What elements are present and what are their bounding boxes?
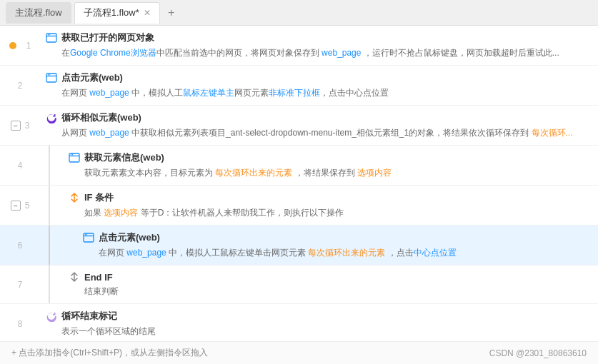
click2-icon [83, 232, 94, 243]
step-content-1[interactable]: 获取已打开的网页对象 在Google Chrome浏览器中匹配当前选中的网页，将… [40, 26, 598, 65]
step-1-title: 获取已打开的网页对象 [61, 31, 154, 44]
tab-close-icon[interactable]: ✕ [144, 9, 151, 17]
line-number-6: 6 [0, 226, 40, 265]
step-row-7: 7 End IF 结束判断 [0, 266, 598, 304]
svg-point-10 [71, 154, 71, 155]
step-row-4: 4 获取元素信息(web) 获取元素素文本内容，目标元素为 每次循环出来的元素 … [0, 146, 598, 186]
steps-list: 1 获取已打开的网页对象 在Google Chrome浏览器中匹配当前选中的网页… [0, 26, 598, 341]
step-content-3[interactable]: 循环相似元素(web) 从网页 web_page 中获取相似元素列表项目_ant… [40, 106, 598, 145]
step-row-2: 2 点击元素(web) 在网页 web_page 中，模拟人工鼠标左键单主网页元… [0, 66, 598, 106]
bottom-bar: + 点击添加指令(Ctrl+Shift+P)，或从左侧指令区拖入 CSDN @2… [0, 341, 598, 364]
svg-point-6 [48, 74, 49, 75]
svg-point-2 [48, 34, 49, 35]
indent-spacer-4 [49, 146, 63, 185]
svg-point-15 [86, 234, 87, 235]
loop-icon [46, 112, 57, 123]
line-number-2: 2 [0, 66, 40, 105]
svg-point-7 [49, 74, 50, 75]
step-row-1: 1 获取已打开的网页对象 在Google Chrome浏览器中匹配当前选中的网页… [0, 26, 598, 66]
indent-spacer-5 [49, 186, 63, 225]
endloop-icon [46, 310, 57, 322]
tab-main[interactable]: 主流程.flow [6, 2, 71, 24]
collapse-5[interactable]: − [11, 201, 21, 211]
step-4-desc: 获取元素素文本内容，目标元素为 每次循环出来的元素 ，将结果保存到 选项内容 [69, 166, 589, 179]
step-2-desc: 在网页 web_page 中，模拟人工鼠标左键单主网页元素非标准下拉框，点击中心… [46, 86, 589, 99]
step-content-8[interactable]: 循环结束标记 表示一个循环区域的结尾 [40, 304, 598, 341]
collapse-3[interactable]: − [11, 121, 21, 131]
step-3-desc: 从网页 web_page 中获取相似元素列表项目_ant-select-drop… [46, 126, 589, 139]
step-7-desc: 结束判断 [69, 285, 589, 298]
line-number-1: 1 [0, 26, 40, 65]
step-content-5[interactable]: IF 条件 如果 选项内容 等于D：让软件机器人来帮助我工作，则执行以下操作 [63, 186, 598, 225]
step-row-6: 6 点击元素(web) 在网页 web_page 中，模拟人工鼠标左键单击网页元… [0, 226, 598, 266]
line-number-4: 4 [0, 146, 40, 185]
browser-icon [46, 32, 57, 44]
step-6-desc: 在网页 web_page 中，模拟人工鼠标左键单击网页元素 每次循环出来的元素 … [83, 246, 589, 259]
tab-sub1-label: 子流程1.flow* [84, 6, 139, 19]
main-area: 1 获取已打开的网页对象 在Google Chrome浏览器中匹配当前选中的网页… [0, 26, 598, 341]
endif-icon [69, 271, 80, 283]
line-number-8: 8 [0, 304, 40, 341]
tab-add-button[interactable]: + [163, 4, 180, 21]
step-row-8: 8 循环结束标记 表示一个循环区域的结尾 [0, 304, 598, 341]
click-icon [46, 72, 57, 84]
step-5-title: IF 条件 [84, 191, 114, 204]
svg-point-3 [49, 34, 50, 35]
line-number-7: 7 [0, 266, 40, 303]
step-content-6[interactable]: 点击元素(web) 在网页 web_page 中，模拟人工鼠标左键单击网页元素 … [77, 226, 598, 265]
step-6-title: 点击元素(web) [99, 231, 160, 244]
tab-main-label: 主流程.flow [15, 6, 62, 19]
tab-bar: 主流程.flow 子流程1.flow* ✕ + [0, 0, 598, 26]
step-row-5: − 5 IF 条件 如果 选项内容 等于D：让软件机器人来帮助我工作，则执行以下… [0, 186, 598, 226]
step-content-2[interactable]: 点击元素(web) 在网页 web_page 中，模拟人工鼠标左键单主网页元素非… [40, 66, 598, 105]
step-4-title: 获取元素信息(web) [84, 151, 164, 164]
step-content-4[interactable]: 获取元素信息(web) 获取元素素文本内容，目标元素为 每次循环出来的元素 ，将… [63, 146, 598, 185]
tab-sub1[interactable]: 子流程1.flow* ✕ [74, 2, 160, 24]
line-number-5: − 5 [0, 186, 40, 225]
step-8-desc: 表示一个循环区域的结尾 [46, 325, 589, 338]
svg-point-14 [85, 234, 86, 235]
indent-spacer-6 [49, 226, 77, 265]
step-8-title: 循环结束标记 [61, 310, 117, 323]
indent-spacer-7 [49, 266, 63, 303]
step-2-title: 点击元素(web) [61, 71, 123, 84]
breakpoint-dot[interactable] [9, 42, 16, 49]
step-1-desc: 在Google Chrome浏览器中匹配当前选中的网页，将网页对象保存到 web… [46, 46, 589, 59]
step-content-7[interactable]: End IF 结束判断 [63, 266, 598, 303]
step-7-title: End IF [84, 272, 113, 283]
copyright-text: CSDN @2301_80863610 [489, 348, 587, 358]
step-5-desc: 如果 选项内容 等于D：让软件机器人来帮助我工作，则执行以下操作 [69, 206, 589, 219]
add-command-button[interactable]: + 点击添加指令(Ctrl+Shift+P)，或从左侧指令区拖入 [11, 347, 208, 359]
step-row-3: − 3 循环相似元素(web) 从网页 web_page 中获取相似元素列表项目… [0, 106, 598, 146]
get-icon [69, 152, 80, 163]
if-icon [69, 192, 80, 203]
line-number-3: − 3 [0, 106, 40, 145]
step-3-title: 循环相似元素(web) [61, 111, 141, 124]
svg-point-11 [72, 154, 73, 155]
